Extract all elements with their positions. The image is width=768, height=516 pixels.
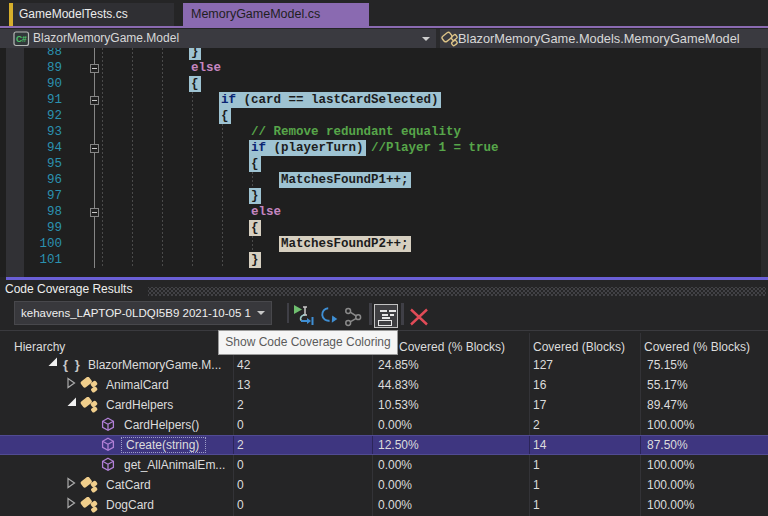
svg-text:C#: C# — [16, 34, 27, 44]
